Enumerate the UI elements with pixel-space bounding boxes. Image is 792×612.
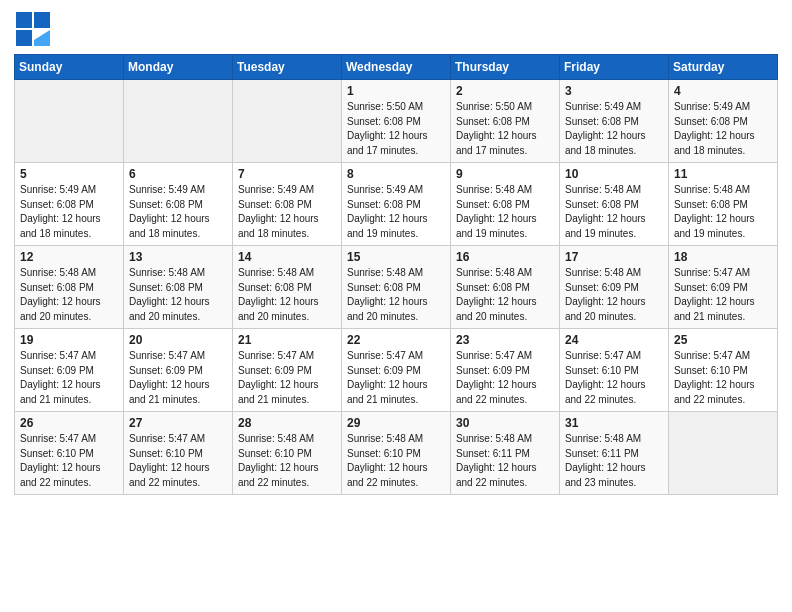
- day-number: 17: [565, 250, 663, 264]
- day-info: Sunrise: 5:48 AM Sunset: 6:08 PM Dayligh…: [456, 184, 537, 239]
- day-number: 15: [347, 250, 445, 264]
- day-info: Sunrise: 5:49 AM Sunset: 6:08 PM Dayligh…: [347, 184, 428, 239]
- svg-rect-1: [16, 12, 32, 28]
- day-info: Sunrise: 5:49 AM Sunset: 6:08 PM Dayligh…: [129, 184, 210, 239]
- calendar-cell: 31Sunrise: 5:48 AM Sunset: 6:11 PM Dayli…: [560, 412, 669, 495]
- calendar-cell: [124, 80, 233, 163]
- day-number: 28: [238, 416, 336, 430]
- day-number: 19: [20, 333, 118, 347]
- day-number: 12: [20, 250, 118, 264]
- svg-rect-2: [34, 12, 50, 28]
- calendar-cell: 30Sunrise: 5:48 AM Sunset: 6:11 PM Dayli…: [451, 412, 560, 495]
- day-info: Sunrise: 5:47 AM Sunset: 6:09 PM Dayligh…: [347, 350, 428, 405]
- day-info: Sunrise: 5:47 AM Sunset: 6:09 PM Dayligh…: [238, 350, 319, 405]
- day-info: Sunrise: 5:47 AM Sunset: 6:09 PM Dayligh…: [129, 350, 210, 405]
- calendar-header-row: SundayMondayTuesdayWednesdayThursdayFrid…: [15, 55, 778, 80]
- day-number: 8: [347, 167, 445, 181]
- calendar-cell: 27Sunrise: 5:47 AM Sunset: 6:10 PM Dayli…: [124, 412, 233, 495]
- header-cell-sunday: Sunday: [15, 55, 124, 80]
- day-number: 13: [129, 250, 227, 264]
- day-number: 26: [20, 416, 118, 430]
- calendar-cell: 29Sunrise: 5:48 AM Sunset: 6:10 PM Dayli…: [342, 412, 451, 495]
- day-info: Sunrise: 5:48 AM Sunset: 6:08 PM Dayligh…: [20, 267, 101, 322]
- calendar-cell: 26Sunrise: 5:47 AM Sunset: 6:10 PM Dayli…: [15, 412, 124, 495]
- calendar-cell: 4Sunrise: 5:49 AM Sunset: 6:08 PM Daylig…: [669, 80, 778, 163]
- header-cell-wednesday: Wednesday: [342, 55, 451, 80]
- day-number: 25: [674, 333, 772, 347]
- calendar-cell: 25Sunrise: 5:47 AM Sunset: 6:10 PM Dayli…: [669, 329, 778, 412]
- calendar-cell: [233, 80, 342, 163]
- day-info: Sunrise: 5:47 AM Sunset: 6:09 PM Dayligh…: [456, 350, 537, 405]
- calendar-cell: 13Sunrise: 5:48 AM Sunset: 6:08 PM Dayli…: [124, 246, 233, 329]
- calendar-cell: 18Sunrise: 5:47 AM Sunset: 6:09 PM Dayli…: [669, 246, 778, 329]
- logo: [14, 10, 54, 48]
- calendar-cell: 14Sunrise: 5:48 AM Sunset: 6:08 PM Dayli…: [233, 246, 342, 329]
- calendar-cell: 28Sunrise: 5:48 AM Sunset: 6:10 PM Dayli…: [233, 412, 342, 495]
- page-header: [14, 10, 778, 48]
- day-number: 24: [565, 333, 663, 347]
- day-info: Sunrise: 5:48 AM Sunset: 6:10 PM Dayligh…: [347, 433, 428, 488]
- header-cell-thursday: Thursday: [451, 55, 560, 80]
- calendar-page: SundayMondayTuesdayWednesdayThursdayFrid…: [0, 0, 792, 612]
- calendar-cell: 15Sunrise: 5:48 AM Sunset: 6:08 PM Dayli…: [342, 246, 451, 329]
- day-number: 14: [238, 250, 336, 264]
- day-info: Sunrise: 5:49 AM Sunset: 6:08 PM Dayligh…: [20, 184, 101, 239]
- day-number: 11: [674, 167, 772, 181]
- day-number: 16: [456, 250, 554, 264]
- calendar-cell: 2Sunrise: 5:50 AM Sunset: 6:08 PM Daylig…: [451, 80, 560, 163]
- day-number: 30: [456, 416, 554, 430]
- day-info: Sunrise: 5:49 AM Sunset: 6:08 PM Dayligh…: [674, 101, 755, 156]
- day-info: Sunrise: 5:50 AM Sunset: 6:08 PM Dayligh…: [456, 101, 537, 156]
- header-cell-tuesday: Tuesday: [233, 55, 342, 80]
- calendar-cell: 24Sunrise: 5:47 AM Sunset: 6:10 PM Dayli…: [560, 329, 669, 412]
- calendar-week-5: 26Sunrise: 5:47 AM Sunset: 6:10 PM Dayli…: [15, 412, 778, 495]
- header-cell-saturday: Saturday: [669, 55, 778, 80]
- day-info: Sunrise: 5:47 AM Sunset: 6:09 PM Dayligh…: [20, 350, 101, 405]
- day-number: 10: [565, 167, 663, 181]
- day-number: 1: [347, 84, 445, 98]
- day-number: 6: [129, 167, 227, 181]
- day-info: Sunrise: 5:50 AM Sunset: 6:08 PM Dayligh…: [347, 101, 428, 156]
- calendar-week-2: 5Sunrise: 5:49 AM Sunset: 6:08 PM Daylig…: [15, 163, 778, 246]
- day-info: Sunrise: 5:48 AM Sunset: 6:08 PM Dayligh…: [674, 184, 755, 239]
- calendar-cell: 19Sunrise: 5:47 AM Sunset: 6:09 PM Dayli…: [15, 329, 124, 412]
- calendar-week-4: 19Sunrise: 5:47 AM Sunset: 6:09 PM Dayli…: [15, 329, 778, 412]
- day-info: Sunrise: 5:49 AM Sunset: 6:08 PM Dayligh…: [238, 184, 319, 239]
- calendar-cell: 23Sunrise: 5:47 AM Sunset: 6:09 PM Dayli…: [451, 329, 560, 412]
- day-number: 21: [238, 333, 336, 347]
- day-number: 27: [129, 416, 227, 430]
- day-info: Sunrise: 5:48 AM Sunset: 6:09 PM Dayligh…: [565, 267, 646, 322]
- day-info: Sunrise: 5:47 AM Sunset: 6:10 PM Dayligh…: [20, 433, 101, 488]
- day-info: Sunrise: 5:48 AM Sunset: 6:08 PM Dayligh…: [456, 267, 537, 322]
- day-info: Sunrise: 5:47 AM Sunset: 6:10 PM Dayligh…: [674, 350, 755, 405]
- day-info: Sunrise: 5:49 AM Sunset: 6:08 PM Dayligh…: [565, 101, 646, 156]
- day-info: Sunrise: 5:48 AM Sunset: 6:11 PM Dayligh…: [456, 433, 537, 488]
- day-number: 29: [347, 416, 445, 430]
- calendar-cell: [15, 80, 124, 163]
- day-info: Sunrise: 5:48 AM Sunset: 6:08 PM Dayligh…: [347, 267, 428, 322]
- calendar-cell: 20Sunrise: 5:47 AM Sunset: 6:09 PM Dayli…: [124, 329, 233, 412]
- day-number: 31: [565, 416, 663, 430]
- day-number: 23: [456, 333, 554, 347]
- calendar-cell: 5Sunrise: 5:49 AM Sunset: 6:08 PM Daylig…: [15, 163, 124, 246]
- day-info: Sunrise: 5:48 AM Sunset: 6:08 PM Dayligh…: [565, 184, 646, 239]
- calendar-cell: 1Sunrise: 5:50 AM Sunset: 6:08 PM Daylig…: [342, 80, 451, 163]
- header-cell-monday: Monday: [124, 55, 233, 80]
- calendar-cell: 17Sunrise: 5:48 AM Sunset: 6:09 PM Dayli…: [560, 246, 669, 329]
- calendar-cell: 11Sunrise: 5:48 AM Sunset: 6:08 PM Dayli…: [669, 163, 778, 246]
- day-info: Sunrise: 5:47 AM Sunset: 6:09 PM Dayligh…: [674, 267, 755, 322]
- calendar-cell: [669, 412, 778, 495]
- calendar-cell: 9Sunrise: 5:48 AM Sunset: 6:08 PM Daylig…: [451, 163, 560, 246]
- svg-rect-3: [16, 30, 32, 46]
- day-info: Sunrise: 5:48 AM Sunset: 6:10 PM Dayligh…: [238, 433, 319, 488]
- day-info: Sunrise: 5:48 AM Sunset: 6:08 PM Dayligh…: [129, 267, 210, 322]
- day-number: 7: [238, 167, 336, 181]
- calendar-cell: 10Sunrise: 5:48 AM Sunset: 6:08 PM Dayli…: [560, 163, 669, 246]
- calendar-cell: 7Sunrise: 5:49 AM Sunset: 6:08 PM Daylig…: [233, 163, 342, 246]
- day-number: 4: [674, 84, 772, 98]
- calendar-cell: 3Sunrise: 5:49 AM Sunset: 6:08 PM Daylig…: [560, 80, 669, 163]
- logo-icon: [14, 10, 52, 48]
- day-number: 2: [456, 84, 554, 98]
- calendar-cell: 22Sunrise: 5:47 AM Sunset: 6:09 PM Dayli…: [342, 329, 451, 412]
- header-cell-friday: Friday: [560, 55, 669, 80]
